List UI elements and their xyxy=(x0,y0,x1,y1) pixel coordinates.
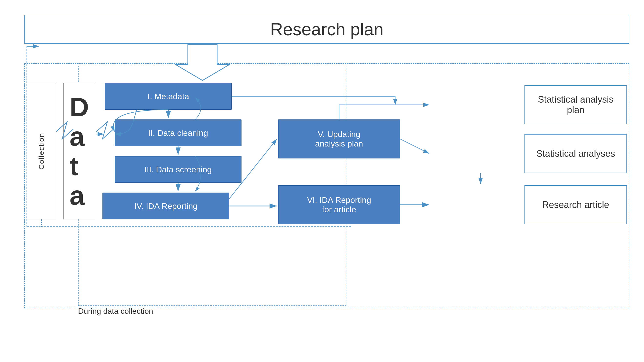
collection-box: Collection xyxy=(27,83,56,219)
statistical-analyses-box: Statistical analyses xyxy=(524,134,627,173)
stat-analysis-plan-label: Statistical analysisplan xyxy=(538,94,614,115)
ida-reporting-label: IV. IDA Reporting xyxy=(134,201,198,211)
data-cleaning-box: II. Data cleaning xyxy=(115,119,242,146)
ida-reporting-box: IV. IDA Reporting xyxy=(102,193,229,219)
ida-reporting-article-box: VI. IDA Reportingfor article xyxy=(278,185,400,224)
statistical-analyses-label: Statistical analyses xyxy=(536,148,615,159)
during-data-collection-label: During data collection xyxy=(78,307,153,316)
data-cleaning-label: II. Data cleaning xyxy=(148,128,208,138)
research-plan-box: Research plan xyxy=(24,15,629,44)
diagram-container: Research plan During data collection Col… xyxy=(10,15,634,347)
research-plan-title: Research plan xyxy=(270,19,384,39)
updating-analysis-box: V. Updatinganalysis plan xyxy=(278,119,400,158)
data-label: Data xyxy=(70,92,89,210)
research-article-box: Research article xyxy=(524,185,627,224)
data-screening-box: III. Data screening xyxy=(115,156,242,183)
data-box: Data xyxy=(64,83,95,219)
metadata-box: I. Metadata xyxy=(105,83,232,110)
stat-analysis-plan-box: Statistical analysisplan xyxy=(524,85,627,124)
collection-label: Collection xyxy=(37,133,46,170)
ida-reporting-article-label: VI. IDA Reportingfor article xyxy=(307,195,371,214)
metadata-label: I. Metadata xyxy=(148,92,189,101)
research-article-label: Research article xyxy=(542,200,609,210)
updating-analysis-label: V. Updatinganalysis plan xyxy=(315,129,363,148)
data-screening-label: III. Data screening xyxy=(144,165,212,174)
